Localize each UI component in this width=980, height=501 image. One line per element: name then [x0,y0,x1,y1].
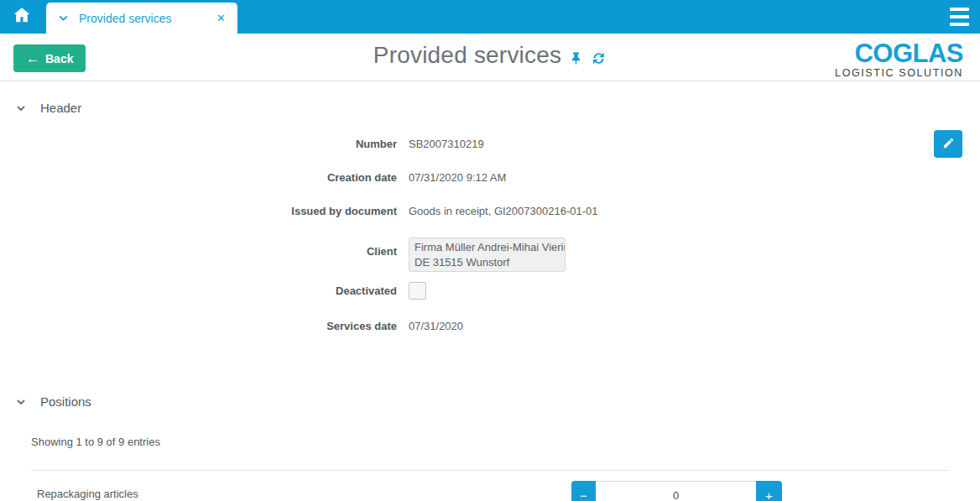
quantity-stepper: − + [571,481,782,501]
pencil-icon [942,137,955,152]
section-positions-toggle[interactable]: Positions [0,394,980,409]
section-title: Positions [40,394,91,409]
edit-button[interactable] [934,130,962,158]
field-row-services-date: Services date 07/31/2020 [0,319,980,333]
field-row-issued-by-document: Issued by document Goods in receipt, GI2… [0,204,980,218]
field-value: 07/31/2020 9:12 AM [409,170,980,185]
app-window: Provided services ✕ ← Back Provided serv… [0,0,980,501]
field-row-number: Number SB2007310219 [0,137,980,151]
field-value: Goods in receipt, GI2007300216-01-01 [409,204,980,218]
deactivated-checkbox[interactable] [409,282,426,300]
logo-text: COGLAS [835,40,963,66]
field-label: Issued by document [0,204,397,218]
chevron-down-icon [16,103,26,113]
page-header: ← Back Provided services COGLAS LOGISTIC… [0,34,980,81]
position-name: Repackaging articles [37,488,138,500]
header-form: Number SB2007310219 Creation date 07/31/… [0,137,980,333]
pin-icon[interactable] [569,51,583,65]
menu-icon[interactable] [950,8,969,26]
top-navigation-bar: Provided services ✕ [0,0,980,34]
home-button[interactable] [0,0,44,34]
client-line-1: Firma Müller Andrei-Mihai Vieriu [414,240,560,255]
section-header-toggle[interactable]: Header [0,101,980,115]
entries-count-text: Showing 1 to 9 of 9 entries [31,436,980,448]
field-label: Number [0,137,397,151]
field-value: 07/31/2020 [409,319,980,333]
position-row: Repackaging articles − + [0,471,980,501]
coglas-logo: COGLAS LOGISTIC SOLUTION [835,40,963,79]
field-row-creation-date: Creation date 07/31/2020 9:12 AM [0,170,980,185]
field-value: SB2007310219 [409,137,980,151]
chevron-down-icon[interactable] [58,13,69,23]
section-title: Header [40,101,81,115]
client-line-2: DE 31515 Wunstorf [414,255,560,270]
home-icon [11,5,33,29]
content-area: Header Number SB2007310219 Creation date… [0,81,980,501]
increment-button[interactable]: + [756,481,782,501]
close-tab-icon[interactable]: ✕ [216,12,226,24]
field-label: Creation date [0,170,397,185]
quantity-input[interactable] [596,481,756,501]
client-textarea: Firma Müller Andrei-Mihai Vieriu DE 3151… [409,237,566,272]
field-row-deactivated: Deactivated [0,282,980,300]
chevron-down-icon [16,397,26,407]
page-title: Provided services [373,42,561,69]
field-label: Deactivated [0,284,397,298]
refresh-icon[interactable] [591,50,607,66]
tab-label: Provided services [79,12,208,25]
positions-section: Positions Showing 1 to 9 of 9 entries Re… [0,394,980,501]
field-label: Client [0,237,397,258]
logo-tagline: LOGISTIC SOLUTION [835,68,963,79]
field-label: Services date [0,319,397,333]
tab-provided-services[interactable]: Provided services ✕ [46,3,237,34]
field-row-client: Client Firma Müller Andrei-Mihai Vieriu … [0,237,980,272]
decrement-button[interactable]: − [571,481,596,501]
